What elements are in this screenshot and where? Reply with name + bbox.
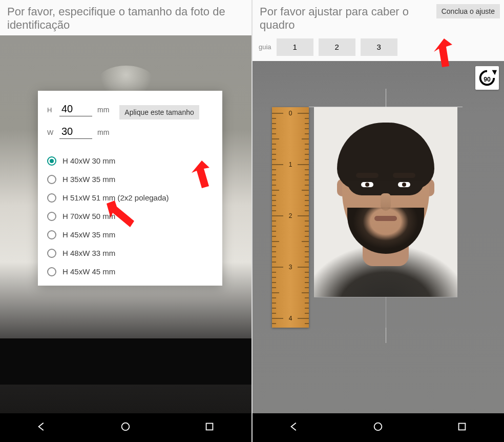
size-option-label: H 45xW 45 mm bbox=[62, 267, 115, 276]
size-option[interactable]: H 45xW 35 mm bbox=[47, 230, 213, 239]
page-title-right: Por favor ajustar para caber o quadro bbox=[260, 5, 432, 32]
size-option-label: H 35xW 35 mm bbox=[62, 175, 115, 184]
height-unit: mm bbox=[97, 106, 109, 114]
phone-left: Por favor, especifique o tamanho da foto… bbox=[0, 0, 251, 442]
crop-bottom-overlay bbox=[314, 297, 457, 328]
size-option[interactable]: H 40xW 30 mm bbox=[47, 156, 213, 166]
radio-icon bbox=[47, 267, 56, 276]
svg-rect-3 bbox=[206, 424, 213, 430]
svg-rect-101 bbox=[459, 424, 466, 430]
radio-icon bbox=[47, 230, 56, 239]
height-label: H bbox=[47, 106, 54, 114]
photo-area-left: H mm W mm Aplique este tamanho bbox=[0, 35, 251, 413]
nav-back-icon[interactable] bbox=[289, 421, 300, 434]
radio-icon bbox=[47, 175, 56, 184]
radio-icon bbox=[47, 249, 56, 258]
guides-row: guia 123 bbox=[253, 35, 504, 61]
header-left: Por favor, especifique o tamanho da foto… bbox=[0, 0, 251, 35]
width-unit: mm bbox=[97, 128, 109, 136]
radio-icon bbox=[47, 212, 56, 221]
size-option-label: H 51xW 51 mm (2x2 polegada) bbox=[62, 193, 169, 202]
photo-area-right[interactable]: 01234 90 bbox=[253, 61, 504, 413]
android-navbar bbox=[0, 413, 251, 442]
size-option[interactable]: H 45xW 45 mm bbox=[47, 267, 213, 276]
width-input[interactable] bbox=[59, 125, 92, 139]
width-label: W bbox=[47, 129, 54, 136]
nav-recent-icon[interactable] bbox=[456, 421, 468, 434]
cropped-photo-preview bbox=[314, 107, 457, 297]
rotate-90-button[interactable]: 90 bbox=[475, 66, 499, 90]
size-options-list: H 40xW 30 mmH 35xW 35 mmH 51xW 51 mm (2x… bbox=[47, 156, 213, 276]
nav-back-icon[interactable] bbox=[36, 421, 48, 434]
guide-button-1[interactable]: 1 bbox=[277, 38, 313, 56]
nav-recent-icon[interactable] bbox=[204, 421, 215, 434]
svg-marker-97 bbox=[492, 70, 497, 75]
crop-frame[interactable] bbox=[314, 107, 457, 297]
guide-button-3[interactable]: 3 bbox=[361, 38, 397, 56]
size-option[interactable]: H 70xW 50 mm bbox=[47, 212, 213, 221]
phone-right: Por favor ajustar para caber o quadro Co… bbox=[253, 0, 504, 442]
size-option[interactable]: H 35xW 35 mm bbox=[47, 175, 213, 184]
svg-text:2: 2 bbox=[289, 212, 292, 219]
header-right: Por favor ajustar para caber o quadro Co… bbox=[253, 0, 504, 35]
guides-label: guia bbox=[259, 43, 271, 51]
height-input[interactable] bbox=[59, 102, 92, 116]
finish-adjust-button[interactable]: Conclua o ajuste bbox=[436, 4, 500, 18]
guide-button-2[interactable]: 2 bbox=[319, 38, 355, 56]
radio-icon bbox=[47, 193, 56, 203]
ruler[interactable]: 01234 bbox=[272, 107, 309, 328]
svg-point-100 bbox=[374, 423, 382, 431]
svg-text:90: 90 bbox=[484, 75, 491, 83]
nav-home-icon[interactable] bbox=[120, 421, 131, 434]
svg-text:0: 0 bbox=[289, 110, 292, 117]
radio-icon bbox=[47, 156, 56, 166]
svg-point-2 bbox=[122, 423, 130, 431]
apply-size-button[interactable]: Aplique este tamanho bbox=[119, 105, 199, 119]
size-option-label: H 45xW 35 mm bbox=[62, 230, 115, 239]
page-title-left: Por favor, especifique o tamanho da foto… bbox=[7, 5, 244, 32]
svg-text:3: 3 bbox=[289, 264, 292, 271]
size-option-label: H 70xW 50 mm bbox=[62, 212, 115, 220]
svg-text:4: 4 bbox=[289, 315, 292, 322]
nav-home-icon[interactable] bbox=[372, 421, 384, 434]
size-option-label: H 40xW 30 mm bbox=[62, 156, 115, 165]
svg-text:1: 1 bbox=[289, 161, 292, 168]
android-navbar bbox=[253, 413, 504, 442]
size-option[interactable]: H 51xW 51 mm (2x2 polegada) bbox=[47, 193, 213, 203]
size-option[interactable]: H 48xW 33 mm bbox=[47, 249, 213, 258]
size-modal: H mm W mm Aplique este tamanho bbox=[38, 91, 222, 286]
size-option-label: H 48xW 33 mm bbox=[62, 249, 115, 257]
